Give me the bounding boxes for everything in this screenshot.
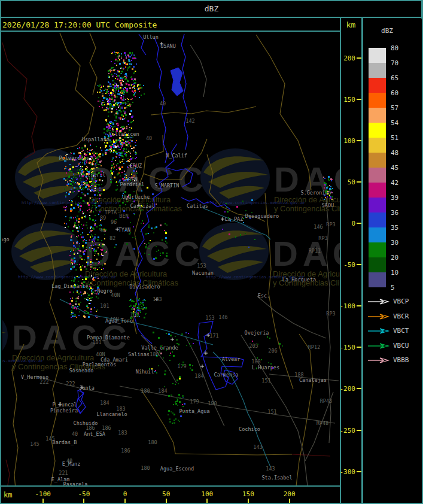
bottom-axis-tick-label: 100: [194, 491, 220, 497]
colorbar-label: 51: [391, 135, 406, 141]
map-label: S_MARTIN: [155, 183, 179, 189]
legend-label: VBBB: [393, 356, 409, 364]
station-marker-icon: [221, 217, 224, 221]
map-label: ago: [2, 236, 10, 242]
colorbar-label: 20: [391, 254, 406, 261]
map-label: 40N: [111, 292, 120, 298]
map-label: Catitas: [187, 203, 208, 209]
colorbar-swatch: [369, 242, 386, 257]
map-label: 222: [39, 379, 48, 385]
dacc-watermark: DACCDirección de Agriculturay Contingenc…: [11, 223, 205, 287]
map-line: [190, 45, 206, 97]
right-axis-tick: [357, 99, 361, 100]
map-label: Ant_ESA: [84, 431, 105, 437]
bottom-axis-tick: [248, 499, 249, 503]
map-label: C_Negro: [91, 288, 112, 294]
legend-row: VBCP: [367, 297, 422, 306]
right-axis-tick-label: 100: [331, 138, 355, 144]
colorbar-label: 48: [391, 150, 406, 156]
bottom-axis: km -100-50050100150200: [0, 487, 361, 503]
map-label: 146: [218, 314, 227, 320]
map-label: 221: [59, 470, 68, 476]
map-label: Valle_Grande: [141, 345, 178, 351]
colorbar-panel: dBZ 807065605754514845423936353020105 VB…: [363, 19, 422, 503]
map-label: 145: [30, 441, 39, 447]
right-axis-tick-label: 200: [331, 55, 355, 62]
map-label: 183: [116, 406, 125, 412]
colorbar-label: 35: [391, 224, 406, 231]
colorbar-label: 70: [391, 60, 406, 66]
map-label: 146: [314, 224, 322, 230]
colorbar-label: 45: [391, 165, 406, 171]
svg-text:DACC: DACC: [89, 160, 208, 199]
colorbar-swatch: [369, 108, 386, 123]
right-axis-tick-label: -200: [331, 385, 355, 392]
radar-app: { "header": { "title": "dBZ" }, "infobar…: [0, 0, 423, 504]
dacc-watermark: DACCDirección de Agriculturay Contingenc…: [200, 148, 340, 213]
map-label: Punta_Agua: [179, 408, 209, 414]
right-axis-tick-label: 50: [331, 179, 355, 186]
colorbar-swatch: [369, 198, 386, 212]
bottom-axis-tick-label: -100: [30, 491, 56, 497]
map-label: Ullun: [143, 34, 159, 40]
map-label: E_Manz: [62, 461, 81, 467]
map-label: L.Huarpes: [252, 365, 279, 371]
map-label: 206: [268, 348, 277, 354]
colorbar-swatch: [369, 168, 386, 183]
legend-arrow-icon: [367, 343, 391, 349]
colorbar-label: 39: [391, 195, 406, 201]
map-line: [292, 454, 330, 456]
radar-map: DACCDirección de Agriculturay Contingenc…: [2, 32, 340, 485]
right-axis-tick: [357, 347, 361, 348]
colorbar-title: dBZ: [363, 27, 411, 35]
map-label: RP48: [320, 398, 332, 404]
bottom-axis-tick-label: 200: [276, 491, 303, 497]
map-label: 142: [185, 118, 194, 124]
map-label: Canalejas: [299, 377, 327, 383]
colorbar-swatch: [369, 78, 386, 93]
svg-text:http://www.contingencias.mendo: http://www.contingencias.mendoza.gov.ar: [207, 201, 305, 205]
legend-row: VBCT: [367, 327, 422, 335]
map-label: 180: [141, 388, 150, 394]
map-line: [265, 193, 293, 389]
legend-row: VBBB: [367, 356, 422, 365]
map-label: P_Juncal: [53, 402, 77, 408]
right-axis-tick: [357, 181, 361, 183]
right-axis-tick-label: -100: [331, 303, 355, 309]
map-label: RP3: [326, 311, 335, 317]
map-label: 82: [109, 235, 115, 241]
map-label: Cochico: [239, 426, 260, 432]
map-line: [2, 35, 37, 158]
map-line: [175, 454, 292, 455]
colorbar-label: 80: [391, 45, 406, 51]
right-axis-unit: km: [341, 19, 361, 31]
dacc-watermark: DACCDirección de Agriculturay Contingenc…: [199, 223, 340, 287]
map-label: Alvear: [222, 356, 241, 362]
colorbar-swatch: [369, 272, 386, 287]
legend-arrow-icon: [367, 314, 391, 320]
map-label: 40: [72, 431, 78, 437]
map-label: Salinas: [128, 351, 150, 357]
map-label: 183: [118, 430, 127, 436]
map-line: [6, 460, 11, 485]
map-label: Llancanelo: [96, 411, 127, 417]
map-label: 184: [194, 373, 203, 379]
colorbar-swatch: [369, 63, 386, 78]
svg-text:DACC: DACC: [273, 234, 340, 273]
map-label: 179: [190, 399, 199, 405]
colorbar-label: 60: [391, 90, 406, 96]
map-label: Ovejeria: [245, 330, 269, 336]
legend-arrow-icon: [367, 328, 391, 334]
bottom-axis-tick-label: 0: [112, 491, 138, 497]
colorbar-swatch: [369, 212, 386, 227]
legend-row: VBCU: [367, 342, 422, 350]
legend-label: VBCR: [393, 312, 409, 320]
legend-row: VBCR: [367, 312, 422, 321]
map-line: [120, 386, 335, 423]
colorbar-label: 42: [391, 180, 406, 186]
map-label: 151: [267, 409, 276, 415]
map-label: 40: [146, 135, 152, 141]
map-label: 188: [294, 372, 303, 378]
right-axis-tick: [357, 305, 361, 306]
colorbar-swatch: [369, 138, 386, 153]
